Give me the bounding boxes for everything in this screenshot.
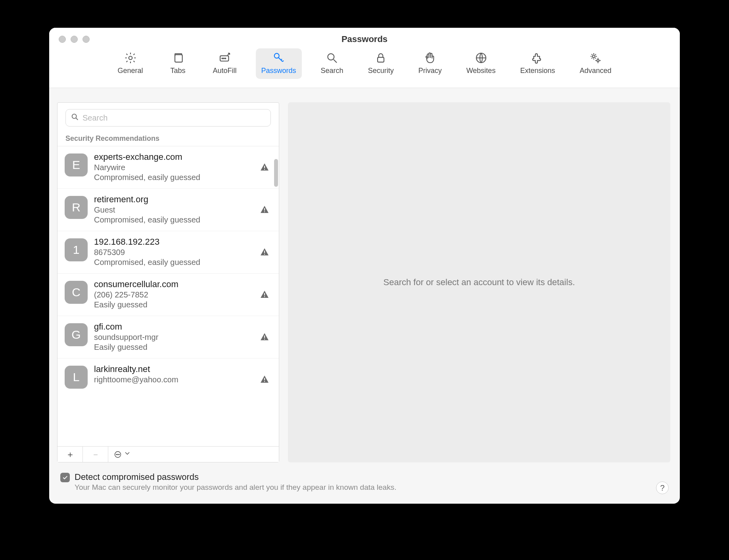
tab-tabs[interactable]: Tabs <box>162 48 194 79</box>
svg-rect-16 <box>264 211 265 212</box>
tab-label: Extensions <box>520 67 555 75</box>
svg-rect-15 <box>264 208 265 211</box>
svg-rect-20 <box>264 296 265 297</box>
password-row[interactable]: E experts-exchange.com Narywire Compromi… <box>58 146 279 189</box>
window-controls <box>59 36 90 43</box>
tab-label: Security <box>368 67 394 75</box>
autofill-icon <box>218 51 232 65</box>
checkmark-icon <box>62 474 68 481</box>
tab-search[interactable]: Search <box>315 48 349 79</box>
username: Narywire <box>94 163 272 172</box>
help-button[interactable]: ? <box>656 481 669 494</box>
svg-point-3 <box>222 58 223 59</box>
tab-label: General <box>117 67 143 75</box>
svg-point-28 <box>119 454 120 455</box>
footer: Detect compromised passwords Your Mac ca… <box>49 462 680 504</box>
tab-passwords[interactable]: Passwords <box>256 48 302 79</box>
tab-label: Tabs <box>171 67 186 75</box>
preferences-window: Passwords General Tabs AutoFill <box>49 28 680 504</box>
site-name: gfi.com <box>94 322 272 332</box>
svg-point-4 <box>223 58 224 59</box>
warning-icon <box>260 205 269 214</box>
zoom-window-button[interactable] <box>82 36 90 43</box>
search-icon <box>71 113 79 123</box>
svg-rect-19 <box>264 293 265 295</box>
risk-text: Compromised, easily guessed <box>94 258 272 267</box>
tabs-icon <box>171 51 185 65</box>
svg-rect-24 <box>264 381 265 382</box>
warning-icon <box>260 247 269 257</box>
site-avatar: G <box>65 323 88 346</box>
username: Guest <box>94 205 272 215</box>
search-field-wrapper[interactable] <box>65 109 271 127</box>
tab-label: Websites <box>466 67 496 75</box>
password-list[interactable]: Security Recommendations E experts-excha… <box>58 130 279 446</box>
warning-icon <box>260 332 269 341</box>
password-row[interactable]: C consumercellular.com (206) 225-7852 Ea… <box>58 274 279 316</box>
svg-rect-23 <box>264 378 265 380</box>
risk-text: Easily guessed <box>94 343 272 352</box>
footer-title: Detect compromised passwords <box>75 472 669 482</box>
password-row[interactable]: L larkinrealty.net righttoome@yahoo.com <box>58 359 279 395</box>
username: righttoome@yahoo.com <box>94 375 272 384</box>
ellipsis-circle-icon <box>114 451 122 458</box>
site-avatar: L <box>65 366 88 389</box>
password-list-panel: Security Recommendations E experts-excha… <box>57 102 279 462</box>
lock-icon <box>374 51 388 65</box>
svg-point-7 <box>328 54 334 60</box>
minimize-window-button[interactable] <box>71 36 78 43</box>
site-name: larkinrealty.net <box>94 364 272 374</box>
detect-compromised-checkbox[interactable] <box>60 473 70 482</box>
content-area: Security Recommendations E experts-excha… <box>49 88 680 462</box>
username: (206) 225-7852 <box>94 290 272 299</box>
svg-rect-21 <box>264 336 265 338</box>
svg-point-11 <box>597 59 599 61</box>
warning-icon <box>260 162 269 172</box>
section-header: Security Recommendations <box>58 130 279 146</box>
warning-icon <box>260 374 269 384</box>
search-input[interactable] <box>82 113 266 123</box>
site-avatar: 1 <box>65 238 88 261</box>
tab-autofill[interactable]: AutoFill <box>207 48 242 79</box>
gear-icon <box>123 51 138 65</box>
key-icon <box>272 51 286 65</box>
site-avatar: R <box>65 196 88 219</box>
password-row[interactable]: G gfi.com soundsupport-mgr Easily guesse… <box>58 316 279 359</box>
tab-label: AutoFill <box>213 67 237 75</box>
remove-button[interactable]: － <box>83 447 108 462</box>
svg-rect-18 <box>264 254 265 255</box>
tab-security[interactable]: Security <box>363 48 399 79</box>
tab-label: Privacy <box>418 67 442 75</box>
svg-point-12 <box>72 114 77 119</box>
tab-advanced[interactable]: Advanced <box>574 48 617 79</box>
password-row[interactable]: R retirement.org Guest Compromised, easi… <box>58 189 279 231</box>
tab-label: Advanced <box>579 67 611 75</box>
svg-rect-8 <box>378 58 384 62</box>
tab-websites[interactable]: Websites <box>461 48 501 79</box>
svg-point-0 <box>129 56 132 60</box>
password-row[interactable]: 1 192.168.192.223 8675309 Compromised, e… <box>58 231 279 274</box>
tab-extensions[interactable]: Extensions <box>514 48 560 79</box>
window-title: Passwords <box>49 34 680 44</box>
svg-point-27 <box>117 454 118 455</box>
risk-text: Compromised, easily guessed <box>94 173 272 182</box>
svg-point-5 <box>225 58 226 59</box>
tab-privacy[interactable]: Privacy <box>413 48 447 79</box>
svg-point-26 <box>116 454 117 455</box>
scrollbar-thumb[interactable] <box>274 159 278 187</box>
tab-general[interactable]: General <box>112 48 148 79</box>
hand-icon <box>423 51 437 65</box>
risk-text: Easily guessed <box>94 300 272 309</box>
detail-panel: Search for or select an account to view … <box>288 102 670 462</box>
add-button[interactable]: ＋ <box>58 447 83 462</box>
close-window-button[interactable] <box>59 36 66 43</box>
tab-label: Passwords <box>261 67 296 75</box>
svg-rect-1 <box>175 55 182 62</box>
username: 8675309 <box>94 248 272 257</box>
more-options-button[interactable] <box>108 447 137 462</box>
site-name: 192.168.192.223 <box>94 237 272 247</box>
svg-rect-13 <box>264 166 265 168</box>
detail-placeholder: Search for or select an account to view … <box>383 277 575 288</box>
globe-icon <box>474 51 488 65</box>
chevron-down-icon <box>123 449 131 460</box>
